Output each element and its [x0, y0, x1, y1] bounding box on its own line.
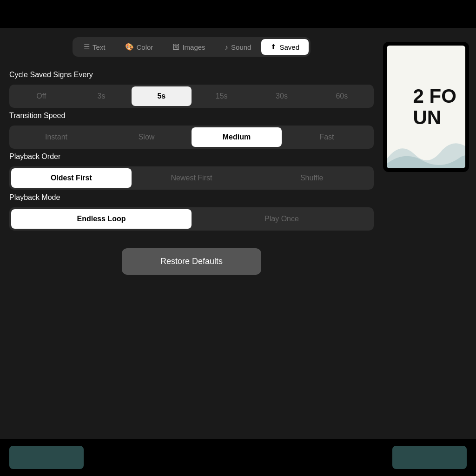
preview-wave: [387, 131, 465, 168]
preview-text: 2 FO UN: [413, 86, 456, 128]
transition-fast[interactable]: Fast: [282, 127, 372, 147]
tab-text[interactable]: ☰ Text: [74, 39, 115, 55]
cycle-control: Off 3s 5s 15s 30s 60s: [9, 85, 374, 108]
tab-images[interactable]: 🖼 Images: [163, 39, 214, 55]
tab-images-label: Images: [182, 43, 205, 51]
text-icon: ☰: [84, 43, 90, 51]
top-bar: [0, 0, 476, 28]
mode-loop[interactable]: Endless Loop: [11, 209, 192, 229]
sound-icon: ♪: [225, 43, 229, 51]
playback-order-control: Oldest First Newest First Shuffle: [9, 166, 374, 190]
bottom-indicator-right: [392, 446, 467, 469]
transition-section: Transition Speed Instant Slow Medium Fas…: [9, 112, 374, 152]
cycle-label: Cycle Saved Signs Every: [9, 71, 374, 79]
restore-container: Restore Defaults: [9, 248, 374, 275]
tab-color[interactable]: 🎨 Color: [116, 39, 163, 55]
nav-bar: ☰ Text 🎨 Color 🖼 Images ♪ Sound: [9, 37, 374, 57]
preview-line1: 2 FO: [413, 86, 456, 107]
tab-text-label: Text: [93, 43, 106, 51]
main-container: ☰ Text 🎨 Color 🖼 Images ♪ Sound: [0, 28, 476, 439]
mode-once[interactable]: Play Once: [192, 209, 372, 229]
playback-mode-control: Endless Loop Play Once: [9, 207, 374, 231]
cycle-section: Cycle Saved Signs Every Off 3s 5s 15s 30…: [9, 71, 374, 112]
restore-defaults-button[interactable]: Restore Defaults: [122, 248, 261, 275]
transition-label: Transition Speed: [9, 112, 374, 120]
tab-saved-label: Saved: [279, 43, 299, 51]
playback-mode-section: Playback Mode Endless Loop Play Once: [9, 193, 374, 234]
bottom-bar: [0, 439, 476, 476]
tab-saved[interactable]: ⬆ Saved: [261, 39, 309, 55]
preview-card: 2 FO UN: [383, 42, 469, 172]
preview-inner: 2 FO UN: [387, 46, 465, 168]
transition-instant[interactable]: Instant: [11, 127, 101, 147]
bottom-indicator-left: [9, 446, 84, 469]
tab-color-label: Color: [137, 43, 153, 51]
cycle-5s[interactable]: 5s: [132, 86, 192, 106]
transition-slow[interactable]: Slow: [101, 127, 192, 147]
order-oldest[interactable]: Oldest First: [11, 168, 132, 188]
tab-sound-label: Sound: [231, 43, 251, 51]
right-panel: 2 FO UN: [383, 28, 476, 439]
tab-sound[interactable]: ♪ Sound: [216, 39, 261, 55]
nav-tabs: ☰ Text 🎨 Color 🖼 Images ♪ Sound: [73, 37, 311, 57]
transition-control: Instant Slow Medium Fast: [9, 126, 374, 149]
color-icon: 🎨: [125, 43, 134, 51]
playback-order-label: Playback Order: [9, 152, 374, 161]
cycle-3s[interactable]: 3s: [71, 86, 131, 106]
saved-icon: ⬆: [271, 43, 277, 51]
transition-medium[interactable]: Medium: [192, 127, 282, 147]
preview-line2: UN: [413, 107, 456, 128]
order-newest[interactable]: Newest First: [132, 168, 252, 188]
images-icon: 🖼: [172, 43, 179, 51]
playback-mode-label: Playback Mode: [9, 193, 374, 202]
playback-order-section: Playback Order Oldest First Newest First…: [9, 152, 374, 193]
cycle-30s[interactable]: 30s: [251, 86, 311, 106]
cycle-15s[interactable]: 15s: [192, 86, 251, 106]
left-panel: ☰ Text 🎨 Color 🖼 Images ♪ Sound: [0, 28, 383, 439]
order-shuffle[interactable]: Shuffle: [251, 168, 372, 188]
cycle-off[interactable]: Off: [11, 86, 71, 106]
cycle-60s[interactable]: 60s: [312, 86, 372, 106]
